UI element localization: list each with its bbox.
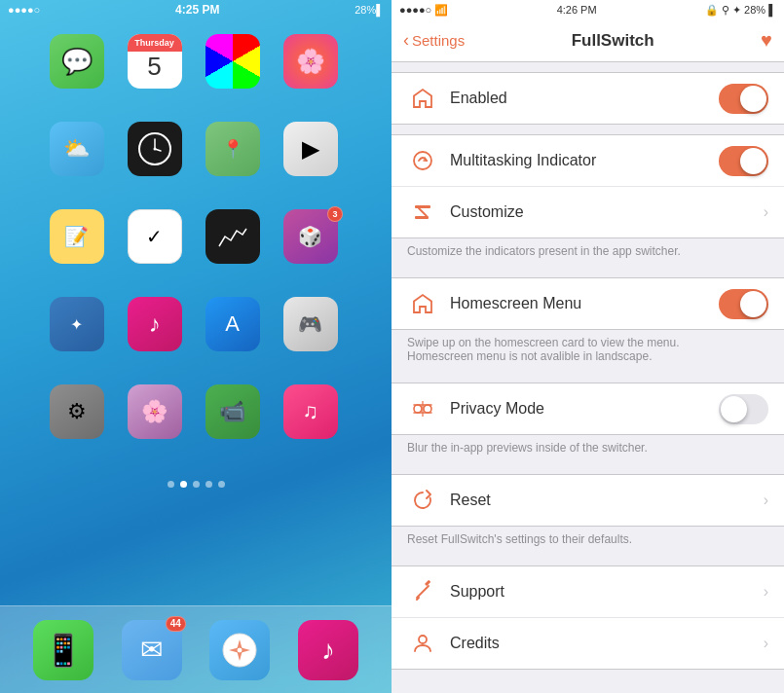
app-messages[interactable]: 💬 — [40, 29, 113, 107]
row-customize[interactable]: Customize › — [392, 187, 784, 237]
multitasking-note: Customize the indicators present in the … — [392, 238, 784, 268]
battery-right: 🔒 ⚲ ✦ 28% ▌ — [705, 4, 776, 17]
svg-point-10 — [238, 647, 243, 652]
dock-safari[interactable] — [209, 620, 270, 680]
calendar-icon: Thursday 5 — [128, 34, 182, 89]
row-multitasking[interactable]: Multitasking Indicator — [392, 135, 784, 187]
weather-icon: ⛅ — [50, 122, 104, 176]
bottom-spacer — [392, 670, 784, 679]
row-support[interactable]: Support › — [392, 566, 784, 618]
clock-icon — [128, 122, 182, 176]
app-camera[interactable]: 🌸 — [274, 29, 347, 107]
svg-point-15 — [424, 405, 431, 413]
app-weather[interactable]: ⛅ — [40, 117, 113, 195]
camera-icon: 🌸 — [283, 34, 338, 89]
time-left: 4:25 PM — [175, 3, 219, 17]
svg-point-22 — [419, 636, 427, 643]
spacer-2 — [392, 268, 784, 277]
settings-group-privacy: Privacy Mode — [392, 383, 784, 435]
heart-icon[interactable]: ♥ — [761, 29, 772, 52]
app-games[interactable]: 🎮 — [274, 292, 347, 370]
privacy-note: Blur the in-app previews inside of the s… — [392, 435, 784, 464]
appstore-icon: A — [205, 297, 260, 351]
svg-line-19 — [417, 586, 429, 598]
settings-group-enabled: Enabled — [392, 72, 784, 125]
settings-panel: ●●●●○ 📶 4:26 PM 🔒 ⚲ ✦ 28% ▌ ‹ Settings F… — [392, 0, 784, 693]
settings-group-support: Support › Credits › — [392, 565, 784, 670]
svg-rect-13 — [415, 205, 430, 208]
app-passbook[interactable]: ✦ — [40, 292, 113, 370]
app-itunes[interactable]: ♫ — [274, 380, 347, 457]
gamecenter-badge: 3 — [327, 206, 343, 222]
carrier-signal: ●●●●○ — [8, 4, 40, 16]
row-homescreen-menu[interactable]: Homescreen Menu — [392, 278, 784, 329]
page-dot-5 — [218, 481, 225, 488]
app-gamecenter[interactable]: 🎲 3 — [274, 204, 347, 282]
credits-chevron-icon: › — [764, 635, 768, 652]
reset-label: Reset — [450, 492, 764, 509]
app-photos[interactable] — [196, 29, 269, 107]
status-bar-right: ●●●●○ 📶 4:26 PM 🔒 ⚲ ✦ 28% ▌ — [392, 0, 784, 19]
page-dot-2 — [180, 481, 187, 488]
home-icon — [407, 83, 438, 114]
toggle-knob — [740, 86, 766, 112]
customize-label: Customize — [450, 203, 764, 221]
spacer-1 — [392, 125, 784, 134]
row-reset[interactable]: Reset › — [392, 475, 784, 526]
privacy-mode-icon — [407, 393, 438, 424]
dock-music[interactable]: ♪ — [298, 620, 358, 680]
customize-chevron-icon: › — [764, 203, 768, 221]
settings-group-homescreen: Homescreen Menu — [392, 277, 784, 330]
videos-icon: ▶ — [283, 122, 338, 176]
enabled-label: Enabled — [450, 90, 719, 107]
games-icon: 🎮 — [283, 297, 338, 351]
page-dot-1 — [168, 481, 174, 488]
page-dot-3 — [193, 481, 200, 488]
spacer-3 — [392, 373, 784, 383]
battery-left: 28%▌ — [355, 4, 384, 16]
app-facetime[interactable]: 📹 — [196, 380, 269, 457]
privacy-toggle[interactable] — [719, 394, 768, 424]
page-title: FullSwitch — [572, 31, 654, 51]
back-chevron-icon: ‹ — [403, 30, 409, 51]
homescreen-menu-icon — [407, 288, 438, 319]
signal-right: ●●●●○ 📶 — [399, 4, 448, 17]
toggle-knob-4 — [721, 396, 747, 422]
reset-note: Reset FullSwitch's settings to their def… — [392, 527, 784, 556]
svg-point-4 — [153, 148, 156, 151]
credits-icon — [407, 628, 438, 659]
settings-scroll[interactable]: Enabled Multitasking Indicator — [392, 62, 784, 693]
homescreen-panel: ●●●●○ 4:25 PM 28%▌ 💬 Thursday 5 🌸 ⛅ — [0, 0, 392, 693]
app-photos2[interactable]: 🌸 — [118, 380, 191, 457]
dock-phone[interactable]: 📱 — [33, 620, 93, 680]
app-reminders[interactable]: ✓ — [118, 204, 191, 282]
app-videos[interactable]: ▶ — [274, 117, 347, 195]
photos-icon — [205, 34, 260, 89]
settings-group-multitasking: Multitasking Indicator Customize › — [392, 134, 784, 238]
settings-icon: ⚙ — [50, 384, 104, 439]
row-privacy-mode[interactable]: Privacy Mode — [392, 383, 784, 434]
app-stocks[interactable] — [196, 204, 269, 282]
time-right: 4:26 PM — [557, 4, 597, 16]
dock-mail[interactable]: ✉ 44 — [122, 620, 182, 680]
row-enabled[interactable]: Enabled — [392, 73, 784, 124]
app-grid: 💬 Thursday 5 🌸 ⛅ — [0, 19, 392, 477]
homescreen-toggle[interactable] — [719, 289, 768, 319]
messages-icon: 💬 — [50, 34, 104, 89]
app-calendar[interactable]: Thursday 5 — [118, 29, 191, 107]
app-appstore[interactable]: A — [196, 292, 269, 370]
app-settings[interactable]: ⚙ — [40, 380, 113, 457]
top-spacer — [392, 62, 784, 72]
app-music[interactable]: ♪ — [118, 292, 191, 370]
app-notes[interactable]: 📝 — [40, 204, 113, 282]
enabled-toggle[interactable] — [719, 84, 768, 114]
back-label: Settings — [412, 32, 465, 49]
status-bar-left: ●●●●○ 4:25 PM 28%▌ — [0, 0, 392, 19]
music-icon: ♪ — [128, 297, 182, 351]
nav-bar: ‹ Settings FullSwitch ♥ — [392, 19, 784, 62]
app-maps[interactable]: 📍 — [196, 117, 269, 195]
multitasking-toggle[interactable] — [719, 146, 768, 176]
back-button[interactable]: ‹ Settings — [403, 30, 465, 51]
row-credits[interactable]: Credits › — [392, 618, 784, 669]
app-clock[interactable] — [118, 117, 191, 195]
